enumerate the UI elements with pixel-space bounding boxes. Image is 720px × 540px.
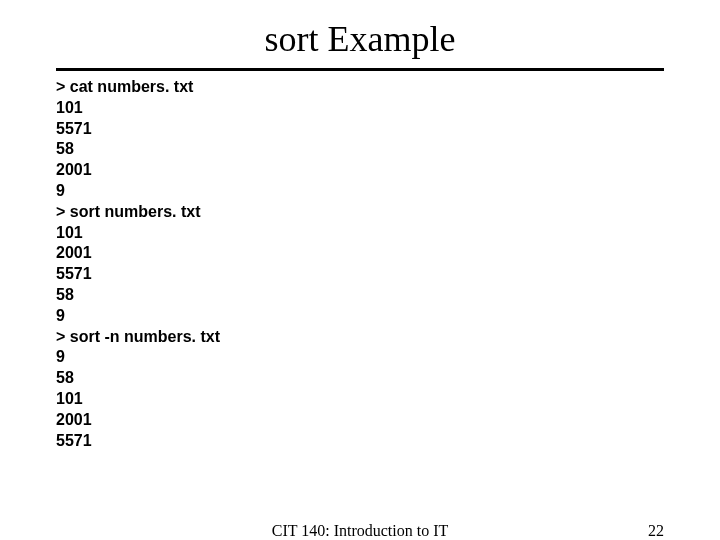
footer-page-number: 22 [648,522,664,540]
title-divider [56,68,664,71]
slide-body-text: > cat numbers. txt 101 5571 58 2001 9 > … [56,77,664,451]
slide-title: sort Example [0,0,720,68]
footer-course: CIT 140: Introduction to IT [272,522,449,540]
